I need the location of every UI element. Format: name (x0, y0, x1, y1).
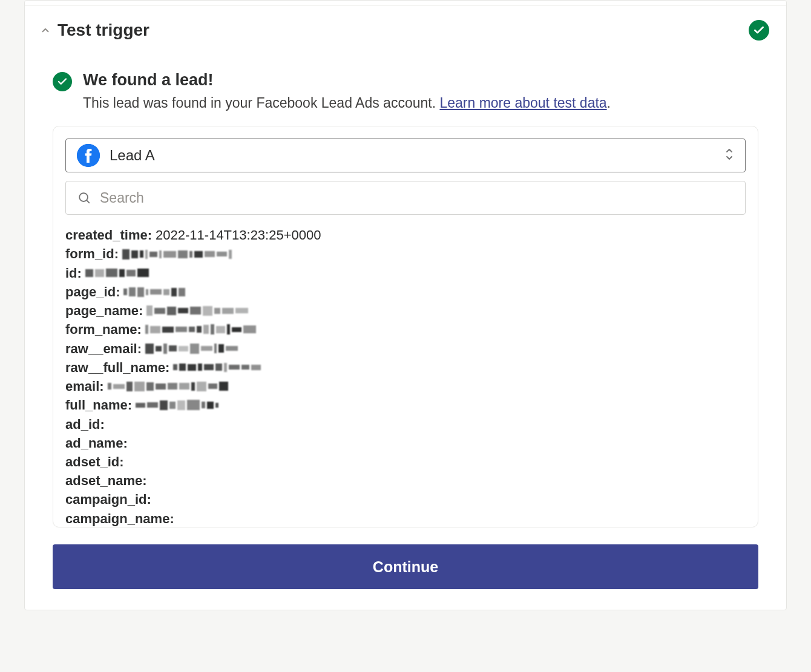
learn-more-link[interactable]: Learn more about test data (439, 95, 606, 111)
status-row: We found a lead! This lead was found in … (25, 45, 786, 113)
field-row: raw__full_name: (65, 358, 746, 377)
field-row: id: (65, 264, 746, 282)
status-text: We found a lead! This lead was found in … (83, 71, 769, 113)
redacted-value (108, 381, 228, 392)
search-input[interactable] (100, 190, 734, 206)
redacted-value (122, 249, 232, 259)
field-row: form_name: (65, 320, 746, 339)
status-heading: We found a lead! (83, 71, 769, 90)
field-row: page_name: (65, 301, 746, 320)
field-key: raw__full_name: (65, 358, 169, 377)
status-subtext: This lead was found in your Facebook Lea… (83, 93, 769, 113)
field-key: form_id: (65, 244, 119, 263)
redacted-value (136, 400, 218, 411)
field-key: page_name: (65, 301, 143, 320)
status-sub-prefix: This lead was found in your Facebook Lea… (83, 95, 439, 111)
field-row: raw__email: (65, 339, 746, 358)
field-key: page_id: (65, 282, 120, 301)
search-box[interactable] (65, 181, 746, 215)
test-trigger-card: Test trigger We found a lead! This lead … (24, 0, 787, 610)
field-key: adset_id: (65, 452, 124, 471)
updown-icon (724, 147, 734, 164)
chevron-up-icon[interactable] (39, 24, 51, 36)
check-icon (53, 72, 72, 91)
field-key: adset_name: (65, 471, 147, 490)
continue-button[interactable]: Continue (53, 544, 758, 589)
search-icon (77, 191, 91, 205)
field-row: created_time: 2022-11-14T13:23:25+0000 (65, 226, 746, 244)
field-key: full_name: (65, 396, 132, 414)
field-row: email: (65, 377, 746, 396)
field-row: adset_id: (65, 452, 746, 471)
status-success-badge (749, 20, 769, 41)
lead-select[interactable]: Lead A (65, 139, 746, 172)
field-key: email: (65, 377, 104, 396)
redacted-value (123, 287, 185, 298)
field-key: created_time: (65, 226, 152, 244)
field-row: campaign_id: (65, 490, 746, 509)
field-key: ad_name: (65, 434, 128, 452)
lead-select-label: Lead A (110, 147, 715, 164)
field-key: id: (65, 264, 82, 282)
section-title: Test trigger (57, 21, 149, 40)
top-divider (25, 1, 786, 5)
field-row: campaign_name: (65, 509, 746, 527)
status-sub-suffix: . (607, 95, 611, 111)
section-header[interactable]: Test trigger (25, 5, 786, 45)
field-row: full_name: (65, 396, 746, 414)
field-value: 2022-11-14T13:23:25+0000 (156, 226, 321, 244)
lead-data-box: Lead A created_time: 2022-11-14T13:23:25… (53, 126, 758, 527)
field-row: ad_name: (65, 434, 746, 452)
field-key: ad_id: (65, 415, 105, 434)
redacted-value (173, 362, 261, 373)
redacted-value (145, 324, 256, 335)
svg-line-2 (87, 200, 89, 203)
redacted-value (145, 343, 238, 354)
field-key: campaign_id: (65, 490, 151, 509)
field-row: form_id: (65, 244, 746, 263)
field-key: form_name: (65, 320, 142, 339)
redacted-value (85, 267, 149, 278)
field-row: ad_id: (65, 415, 746, 434)
field-key: raw__email: (65, 339, 142, 358)
section-header-left: Test trigger (39, 21, 149, 40)
redacted-value (146, 305, 248, 316)
field-row: page_id: (65, 282, 746, 301)
facebook-icon (77, 144, 100, 167)
field-key: campaign_name: (65, 509, 174, 527)
field-row: adset_name: (65, 471, 746, 490)
fields-list: created_time: 2022-11-14T13:23:25+0000fo… (53, 226, 758, 527)
